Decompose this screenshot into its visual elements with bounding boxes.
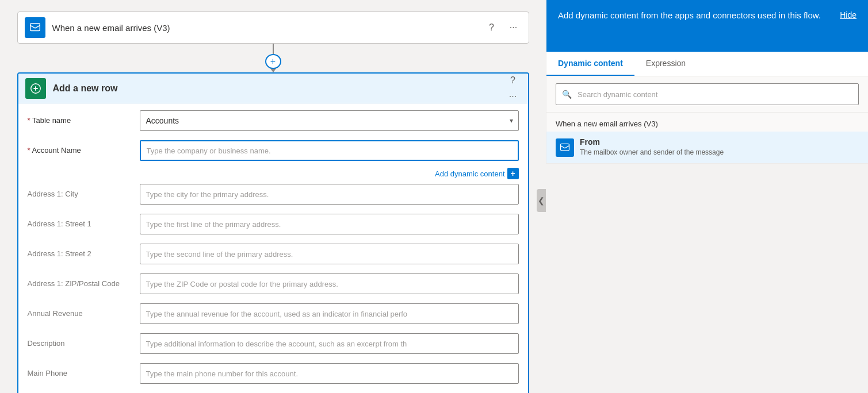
address-street2-input-wrap (140, 244, 519, 264)
action-card: Add a new row ? ··· Table name Accounts … (17, 72, 529, 393)
action-icon (25, 78, 46, 99)
address-city-row: Address 1: City (28, 184, 519, 209)
address-street1-input-wrap (140, 214, 519, 234)
from-item-icon (556, 138, 574, 157)
svg-rect-0 (30, 24, 40, 31)
tab-expression[interactable]: Expression (634, 52, 697, 76)
description-input-wrap (140, 333, 519, 354)
trigger-help-button[interactable]: ? (484, 20, 500, 36)
address-zip-input[interactable] (140, 273, 519, 294)
address-street1-input[interactable] (140, 214, 519, 234)
action-more-button[interactable]: ··· (505, 88, 521, 105)
action-card-header: Add a new row ? ··· (18, 74, 528, 103)
add-step-button[interactable]: + (265, 54, 281, 69)
address-city-label: Address 1: City (28, 184, 140, 198)
action-card-actions: ? ··· (505, 72, 521, 105)
svg-rect-2 (561, 144, 569, 151)
tab-dynamic-content[interactable]: Dynamic content (546, 52, 634, 76)
hide-panel-button[interactable]: Hide (840, 9, 856, 20)
trigger-title: When a new email arrives (V3) (52, 23, 484, 33)
trigger-more-button[interactable]: ··· (506, 20, 522, 36)
annual-revenue-label: Annual Revenue (28, 303, 140, 318)
account-name-label: Account Name (28, 140, 140, 155)
address-city-input[interactable] (140, 184, 519, 205)
table-name-dropdown-wrap: Accounts ▾ (140, 110, 519, 131)
panel-header-text: Add dynamic content from the apps and co… (558, 9, 840, 21)
annual-revenue-input[interactable] (140, 303, 519, 324)
dynamic-content-label: Add dynamic content (435, 169, 504, 178)
main-phone-label: Main Phone (28, 363, 140, 377)
panel-search-wrap: 🔍 (556, 83, 859, 105)
address-zip-label: Address 1: ZIP/Postal Code (28, 273, 140, 288)
main-phone-input[interactable] (140, 363, 519, 384)
annual-revenue-row: Annual Revenue (28, 303, 519, 329)
trigger-card: When a new email arrives (V3) ? ··· (17, 11, 529, 44)
address-city-input-wrap (140, 184, 519, 205)
right-panel: Add dynamic content from the apps and co… (546, 0, 868, 164)
connector: + (265, 44, 281, 72)
dynamic-content-row: Add dynamic content + (28, 168, 519, 179)
from-item-desc: The mailbox owner and sender of the mess… (580, 148, 859, 157)
action-title: Add a new row (53, 83, 505, 94)
panel-section-label: When a new email arrives (V3) (546, 113, 868, 132)
address-zip-input-wrap (140, 273, 519, 294)
main-phone-input-wrap (140, 363, 519, 384)
main-phone-row: Main Phone (28, 363, 519, 388)
annual-revenue-input-wrap (140, 303, 519, 324)
from-item-title: From (580, 137, 859, 147)
panel-search-row: 🔍 (546, 76, 868, 113)
address-street2-input[interactable] (140, 244, 519, 264)
trigger-icon (25, 17, 45, 38)
action-help-button[interactable]: ? (505, 72, 521, 88)
account-name-input-wrap (140, 140, 519, 161)
description-input[interactable] (140, 333, 519, 354)
panel-tabs: Dynamic content Expression (546, 52, 868, 76)
connector-line-top (273, 44, 274, 54)
panel-header: Add dynamic content from the apps and co… (546, 0, 868, 52)
account-name-row: Account Name (28, 140, 519, 165)
account-name-input[interactable] (140, 140, 519, 161)
table-name-row: Table name Accounts ▾ (28, 110, 519, 136)
address-street1-row: Address 1: Street 1 (28, 214, 519, 239)
search-input[interactable] (578, 84, 858, 105)
address-zip-row: Address 1: ZIP/Postal Code (28, 273, 519, 299)
address-street1-label: Address 1: Street 1 (28, 214, 140, 228)
right-panel-wrapper: ❮ Add dynamic content from the apps and … (546, 0, 868, 393)
table-name-label: Table name (28, 110, 140, 125)
from-item-content: From The mailbox owner and sender of the… (580, 137, 859, 157)
trigger-actions: ? ··· (484, 20, 522, 36)
collapse-panel-button[interactable]: ❮ (537, 189, 546, 212)
table-name-select[interactable]: Accounts (140, 110, 519, 131)
list-item[interactable]: From The mailbox owner and sender of the… (546, 132, 868, 164)
address-street2-label: Address 1: Street 2 (28, 244, 140, 258)
description-row: Description (28, 333, 519, 359)
description-label: Description (28, 333, 140, 348)
search-icon: 🔍 (556, 90, 578, 99)
address-street2-row: Address 1: Street 2 (28, 244, 519, 269)
panel-body: When a new email arrives (V3) From The m… (546, 113, 868, 164)
add-dynamic-content-link[interactable]: Add dynamic content + (435, 168, 518, 179)
form-area: Table name Accounts ▾ Account Name Add (18, 103, 528, 393)
collapse-icon: ❮ (538, 196, 545, 205)
dynamic-content-plus-icon: + (507, 168, 519, 179)
